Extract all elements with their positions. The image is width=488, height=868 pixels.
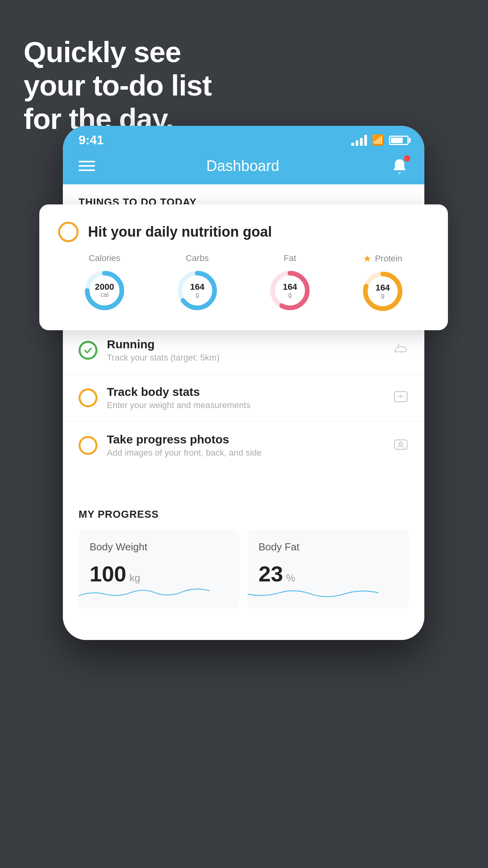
fat-value: 164 (283, 283, 297, 291)
todo-running-title: Running (107, 338, 383, 351)
battery-icon (389, 136, 409, 145)
nav-title: Dashboard (206, 158, 279, 175)
nutrition-fat: Fat 164 g (268, 253, 312, 312)
todo-running-subtitle: Track your stats (target: 5km) (107, 353, 383, 363)
todo-progress-photos[interactable]: Take progress photos Add images of your … (63, 421, 424, 469)
body-fat-label: Body Fat (259, 541, 398, 553)
status-bar: 9:41 📶 (63, 126, 424, 151)
todo-body-stats-title: Track body stats (107, 385, 383, 399)
status-icons: 📶 (351, 134, 409, 146)
todo-body-stats-subtitle: Enter your weight and measurements (107, 400, 383, 410)
carbs-label: Carbs (186, 253, 209, 263)
nutrition-card: Hit your daily nutrition goal Calories 2… (39, 204, 448, 330)
body-fat-card[interactable]: Body Fat 23 % (248, 530, 409, 609)
progress-spacer (63, 469, 424, 493)
carbs-unit: g (196, 291, 199, 298)
progress-header: MY PROGRESS (79, 508, 409, 520)
body-fat-chart (248, 581, 378, 601)
camera-person-icon (393, 436, 409, 455)
calories-value: 2000 (95, 283, 114, 291)
fat-unit: g (288, 291, 292, 298)
nutrition-circles: Calories 2000 cal Carbs (58, 253, 429, 313)
notification-dot (404, 155, 410, 162)
body-weight-label: Body Weight (90, 541, 229, 553)
todo-progress-photos-subtitle: Add images of your front, back, and side (107, 448, 383, 458)
bottom-pad (63, 616, 424, 640)
body-weight-card[interactable]: Body Weight 100 kg (79, 530, 240, 609)
nutrition-calories: Calories 2000 cal (83, 253, 126, 312)
wifi-icon: 📶 (372, 134, 384, 146)
protein-value: 164 (376, 283, 390, 292)
nutrition-check-circle (58, 222, 79, 242)
scale-icon (393, 388, 409, 407)
phone-mockup: 9:41 📶 Dashboard (63, 126, 424, 640)
todo-running[interactable]: Running Track your stats (target: 5km) (63, 326, 424, 374)
fat-label: Fat (284, 253, 296, 263)
todo-circle-running (79, 341, 97, 360)
todo-circle-photos (79, 436, 97, 455)
nutrition-carbs: Carbs 164 g (176, 253, 219, 312)
todo-body-stats[interactable]: Track body stats Enter your weight and m… (63, 374, 424, 421)
hamburger-menu[interactable] (79, 161, 95, 171)
running-shoe-icon (393, 342, 409, 358)
todo-list: Running Track your stats (target: 5km) T… (63, 326, 424, 469)
protein-unit: g (381, 292, 385, 299)
calories-label: Calories (89, 253, 121, 263)
protein-label: Protein (375, 254, 402, 264)
star-icon: ★ (363, 253, 372, 264)
status-time: 9:41 (79, 133, 104, 147)
carbs-value: 164 (190, 283, 205, 291)
notification-bell-icon[interactable] (391, 157, 409, 175)
nav-bar: Dashboard (63, 151, 424, 184)
body-weight-chart (79, 581, 209, 601)
todo-circle-body-stats (79, 388, 97, 407)
nutrition-protein: ★ Protein 164 g (361, 253, 404, 313)
signal-icon (351, 135, 367, 146)
todo-progress-photos-title: Take progress photos (107, 433, 383, 446)
progress-cards: Body Weight 100 kg Body Fat 23 % (79, 530, 409, 609)
progress-section: MY PROGRESS Body Weight 100 kg Body Fat (63, 493, 424, 616)
calories-unit: cal (101, 291, 108, 298)
headline: Quickly see your to-do list for the day. (24, 35, 211, 136)
nutrition-card-title: Hit your daily nutrition goal (88, 224, 272, 240)
